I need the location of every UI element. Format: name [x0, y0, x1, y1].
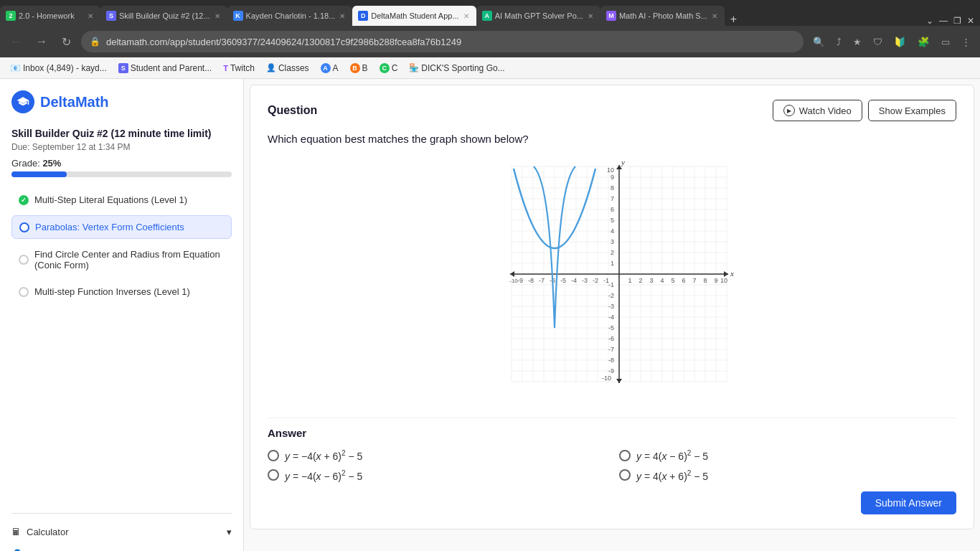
- answer-section: Answer y = −4(x + 6)2 − 5 y = 4(x − 6)2 …: [268, 418, 956, 514]
- tick-neg4-y: -4: [608, 314, 614, 321]
- answer-radio-1[interactable]: [268, 450, 279, 461]
- skill-label-2: Find Circle Center and Radius from Equat…: [34, 249, 225, 270]
- bookmark-classes[interactable]: 👤 Classes: [262, 62, 314, 75]
- bookmark-b[interactable]: B B: [346, 62, 372, 75]
- lock-icon: 🔒: [90, 37, 100, 47]
- bookmark-a-label: A: [333, 63, 339, 73]
- bookmark-student[interactable]: S Student and Parent...: [114, 62, 216, 75]
- logo-icon: [11, 90, 34, 113]
- minimize-button[interactable]: —: [939, 16, 948, 26]
- grade-line: Grade: 25%: [11, 158, 232, 169]
- tick-neg3-x: -3: [582, 277, 588, 284]
- tick-neg5-y: -5: [608, 324, 614, 331]
- header-buttons: ▶ Watch Video Show Examples: [773, 100, 956, 121]
- tick-5-y: 5: [611, 217, 614, 224]
- tick-3-x: 3: [649, 277, 653, 284]
- tab-close-1[interactable]: ✕: [86, 11, 95, 21]
- bookmark-star-icon[interactable]: ★: [849, 34, 865, 50]
- tab-title-4: DeltaMath Student App...: [371, 11, 458, 20]
- reload-button[interactable]: ↻: [57, 32, 75, 52]
- bookmark-inbox-label: Inbox (4,849) - kayd...: [23, 63, 107, 73]
- answer-radio-3[interactable]: [268, 469, 279, 481]
- answer-radio-4[interactable]: [619, 469, 631, 481]
- tab-skillbuilder[interactable]: S Skill Builder Quiz #2 (12... ✕: [100, 6, 227, 26]
- tab-list-chevron[interactable]: ⌄: [926, 16, 933, 26]
- bookmark-a[interactable]: A A: [316, 62, 343, 75]
- forward-button[interactable]: →: [32, 32, 52, 51]
- tab-title-2: Skill Builder Quiz #2 (12...: [119, 11, 210, 20]
- answer-text-4: y = 4(x + 6)2 − 5: [636, 469, 708, 482]
- watch-video-button[interactable]: ▶ Watch Video: [773, 100, 862, 121]
- menu-icon[interactable]: ⋮: [958, 34, 974, 50]
- tab-close-3[interactable]: ✕: [338, 11, 347, 21]
- bookmark-c[interactable]: C C: [375, 62, 402, 75]
- tick-neg7-x: -7: [539, 277, 545, 284]
- main-content: Question ▶ Watch Video Show Examples Whi…: [244, 79, 980, 551]
- bookmark-inbox[interactable]: 📧 Inbox (4,849) - kayd...: [6, 62, 111, 75]
- new-tab-button[interactable]: +: [725, 13, 743, 26]
- skill-item-function-inverses[interactable]: Multi-step Function Inverses (Level 1): [11, 281, 232, 303]
- submit-row: Submit Answer: [268, 491, 956, 514]
- tick-neg8-x: -8: [528, 277, 534, 284]
- answer-text-1: y = −4(x + 6)2 − 5: [285, 449, 362, 462]
- tab-close-6[interactable]: ✕: [710, 11, 719, 21]
- submit-answer-button[interactable]: Submit Answer: [861, 491, 956, 514]
- tab-close-4[interactable]: ✕: [462, 11, 471, 21]
- bookmark-twitch[interactable]: T Twitch: [219, 62, 259, 75]
- tab-kayden[interactable]: K Kayden Charlotin - 1.18... ✕: [227, 6, 353, 26]
- answer-radio-2[interactable]: [619, 450, 631, 461]
- tab-aimath[interactable]: A AI Math GPT Solver Po... ✕: [476, 6, 600, 26]
- tick-7-y: 7: [611, 195, 614, 202]
- share-icon[interactable]: ⤴: [833, 34, 845, 50]
- grade-label: Grade:: [11, 158, 40, 169]
- tab-favicon-2: S: [106, 11, 116, 21]
- answer-option-3[interactable]: y = −4(x − 6)2 − 5: [268, 469, 605, 482]
- tab-favicon-1: 2: [6, 11, 16, 21]
- close-window-button[interactable]: ✕: [967, 16, 974, 26]
- tab-close-2[interactable]: ✕: [213, 11, 222, 21]
- question-text: Which equation best matches the graph sh…: [268, 133, 956, 145]
- skill-dot-completed: ✓: [19, 195, 29, 205]
- address-bar[interactable]: 🔒 deltamath.com/app/student/3609377/2440…: [81, 31, 804, 52]
- logo-text: DeltaMath: [40, 94, 109, 110]
- search-icon[interactable]: 🔍: [809, 34, 829, 50]
- tick-4-x: 4: [660, 277, 664, 284]
- tick-2-x: 2: [639, 277, 642, 284]
- tab-close-5[interactable]: ✕: [586, 11, 595, 21]
- sidebar-logo: DeltaMath: [11, 90, 232, 113]
- logo-math: Math: [75, 94, 109, 110]
- shield-icon[interactable]: 🛡: [870, 34, 886, 50]
- vpn-icon[interactable]: 🔰: [890, 34, 910, 50]
- answer-option-1[interactable]: y = −4(x + 6)2 − 5: [268, 449, 605, 462]
- skill-item-literal-equations[interactable]: ✓ Multi-Step Literal Equations (Level 1): [11, 189, 232, 211]
- skill-label-0: Multi-Step Literal Equations (Level 1): [34, 194, 187, 205]
- answer-option-4[interactable]: y = 4(x + 6)2 − 5: [619, 469, 956, 482]
- tab-favicon-6: M: [606, 11, 616, 21]
- grade-value: 25%: [42, 158, 61, 169]
- due-date: September 12 at 1:34 PM: [32, 142, 131, 152]
- show-examples-button[interactable]: Show Examples: [868, 100, 956, 121]
- skill-list: ✓ Multi-Step Literal Equations (Level 1)…: [11, 189, 232, 303]
- tab-homework[interactable]: 2 2.0 - Homework ✕: [0, 6, 100, 26]
- sidebar-toggle-icon[interactable]: ▭: [938, 34, 953, 50]
- bookmark-a-icon: A: [321, 63, 331, 73]
- bookmark-dicks[interactable]: 🏪 DICK'S Sporting Go...: [405, 62, 509, 75]
- tick-neg6-y: -6: [608, 335, 614, 342]
- back-button[interactable]: ←: [6, 32, 26, 51]
- skill-item-parabolas[interactable]: Parabolas: Vertex Form Coefficients: [11, 215, 232, 239]
- tick-10-y: 10: [607, 166, 614, 174]
- skill-item-circle[interactable]: Find Circle Center and Radius from Equat…: [11, 243, 232, 276]
- tick-neg4-x: -4: [571, 277, 577, 284]
- progress-bar: [11, 171, 232, 177]
- answer-option-2[interactable]: y = 4(x − 6)2 − 5: [619, 449, 956, 462]
- skill-dot-pending-1: [19, 255, 29, 265]
- restore-button[interactable]: ❐: [953, 16, 961, 26]
- tab-deltamath[interactable]: D DeltaMath Student App... ✕: [352, 6, 476, 26]
- tick-neg2-y: -2: [608, 292, 614, 299]
- extensions-icon[interactable]: 🧩: [914, 34, 933, 50]
- tab-photomath[interactable]: M Math AI - Photo Math S... ✕: [600, 6, 725, 26]
- tab-title-5: AI Math GPT Solver Po...: [495, 11, 583, 20]
- calculator-item[interactable]: 🖩 Calculator ▾: [11, 522, 232, 542]
- logo-delta: Delta: [40, 94, 75, 110]
- user-row: 👤 Kayden Charlotin Log Out: [11, 545, 232, 551]
